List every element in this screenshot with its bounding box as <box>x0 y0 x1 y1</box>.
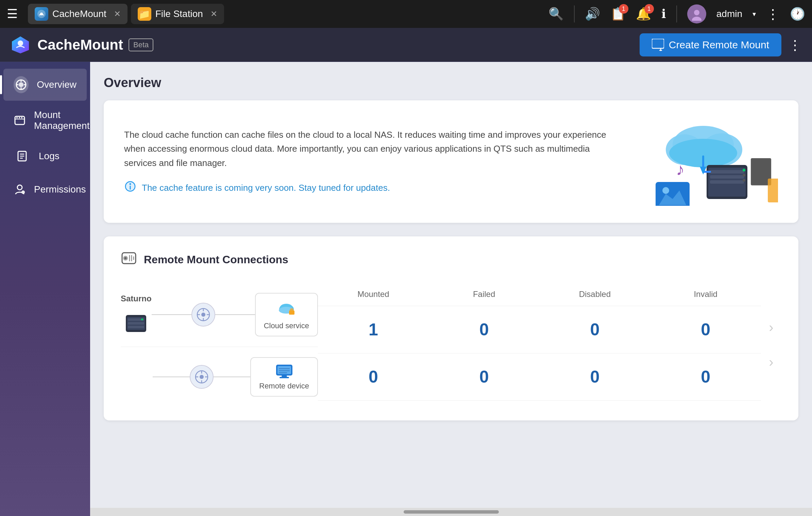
svg-rect-57 <box>290 308 293 310</box>
connections-title-text: Remote Mount Connections <box>144 253 288 266</box>
horizontal-scrollbar[interactable] <box>90 508 812 516</box>
connections-card: Remote Mount Connections Saturno <box>104 236 798 420</box>
tab-cachemount-close[interactable]: ✕ <box>114 9 121 19</box>
app-logo <box>10 35 31 55</box>
sidebar-item-permissions-label: Permissions <box>34 184 86 195</box>
info-icon[interactable]: ℹ <box>661 7 666 21</box>
stats-header: Mounted Failed Disabled Invalid <box>318 283 761 306</box>
notifications-badge: 1 <box>619 4 628 14</box>
remote-device-box: Remote device <box>250 357 318 397</box>
svg-rect-62 <box>282 376 287 377</box>
svg-point-19 <box>130 183 131 185</box>
cloud-disabled: 0 <box>540 320 650 339</box>
tab-cachemount-label: CacheMount <box>52 9 106 19</box>
sidebar-item-permissions[interactable]: Permissions <box>3 173 87 205</box>
stats-row-remote: 0 0 0 0 <box>318 353 761 401</box>
svg-rect-39 <box>768 179 778 202</box>
cloud-mounted: 1 <box>318 320 429 339</box>
tab-filestation[interactable]: 📁 File Station ✕ <box>131 4 224 24</box>
sidebar-item-mount-management[interactable]: Mount Management <box>3 102 87 139</box>
col-invalid: Invalid <box>650 289 761 299</box>
svg-rect-46 <box>128 322 144 324</box>
svg-rect-27 <box>710 175 744 179</box>
svg-point-1 <box>40 13 43 15</box>
cloud-service-label: Cloud service <box>264 321 309 330</box>
info-card-illustration: ♪ <box>635 117 778 206</box>
admin-label: admin <box>716 9 742 19</box>
sidebar: Overview Mount Management <box>0 62 90 516</box>
tab-cachemount[interactable]: CacheMount ✕ <box>28 4 128 24</box>
info-card-text: The cloud cache function can cache files… <box>124 128 622 196</box>
server-box: Saturno <box>121 294 152 335</box>
chevron-right-icon-2[interactable]: › <box>769 354 773 370</box>
remote-mounted: 0 <box>318 367 429 387</box>
svg-rect-35 <box>752 160 770 184</box>
taskbar: ☰ CacheMount ✕ 📁 File Station ✕ 🔍 🔊 📋 1 … <box>0 0 812 28</box>
svg-rect-63 <box>280 377 289 378</box>
main-layout: Overview Mount Management <box>0 62 812 516</box>
admin-chevron[interactable]: ▾ <box>752 10 756 18</box>
svg-point-12 <box>19 117 20 118</box>
taskbar-more-icon[interactable]: ⋮ <box>766 6 780 22</box>
app-header: CacheMount Beta Create Remote Mount ⋮ <box>0 28 812 62</box>
chevron-right-icon-1[interactable]: › <box>769 320 773 335</box>
svg-point-30 <box>743 174 745 177</box>
server-label: Saturno <box>121 294 152 303</box>
permissions-icon <box>14 181 26 198</box>
info-card: The cloud cache function can cache files… <box>104 100 798 223</box>
svg-point-29 <box>743 169 745 171</box>
col-disabled: Disabled <box>540 289 650 299</box>
logs-icon <box>14 148 31 165</box>
svg-point-9 <box>19 82 23 87</box>
alerts-icon[interactable]: 🔔 1 <box>636 7 651 21</box>
svg-point-13 <box>21 117 22 118</box>
col-mounted: Mounted <box>318 289 429 299</box>
app-title: CacheMount <box>37 37 123 53</box>
svg-rect-28 <box>710 180 744 184</box>
scroll-thumb <box>404 510 499 514</box>
header-more-icon[interactable]: ⋮ <box>788 37 802 53</box>
sidebar-item-overview[interactable]: Overview <box>3 69 87 101</box>
info-notice-text: The cache feature is coming very soon. S… <box>142 183 390 193</box>
svg-point-6 <box>18 40 23 46</box>
remote-failed: 0 <box>429 367 540 387</box>
svg-point-42 <box>124 257 127 260</box>
col-failed: Failed <box>429 289 540 299</box>
sidebar-item-overview-label: Overview <box>37 79 77 90</box>
clock-icon[interactable]: 🕐 <box>790 7 805 21</box>
alerts-badge: 1 <box>644 4 654 14</box>
create-remote-mount-button[interactable]: Create Remote Mount <box>640 33 781 56</box>
cloud-service-box: Cloud service <box>255 293 318 336</box>
notifications-icon[interactable]: 📋 1 <box>610 7 626 21</box>
active-indicator <box>0 75 2 94</box>
connections-diagram: Saturno <box>121 283 318 407</box>
svg-rect-47 <box>128 326 144 328</box>
connections-title-bar: Remote Mount Connections <box>121 250 781 269</box>
divider-2 <box>676 5 677 22</box>
notice-icon <box>124 180 136 195</box>
svg-point-31 <box>743 179 745 182</box>
tab-filestation-label: File Station <box>155 9 203 19</box>
svg-rect-26 <box>710 170 744 173</box>
sidebar-item-logs-label: Logs <box>39 151 60 162</box>
sidebar-item-logs[interactable]: Logs <box>3 140 87 172</box>
mount-management-icon <box>14 112 26 129</box>
volume-icon[interactable]: 🔊 <box>585 7 600 21</box>
stats-row-cloud: 1 0 0 0 <box>318 306 761 353</box>
search-icon[interactable]: 🔍 <box>548 7 564 21</box>
create-remote-mount-label: Create Remote Mount <box>669 39 769 51</box>
more-column: › › <box>761 283 781 407</box>
page-title: Overview <box>104 76 798 90</box>
avatar <box>687 4 706 23</box>
info-description: The cloud cache function can cache files… <box>124 128 622 170</box>
tab-filestation-close[interactable]: ✕ <box>210 9 217 19</box>
hub-icon-2 <box>190 365 214 389</box>
remote-disabled: 0 <box>540 367 650 387</box>
connections-stats: Mounted Failed Disabled Invalid 1 0 0 0 <box>318 283 761 407</box>
svg-rect-7 <box>652 39 664 48</box>
svg-point-15 <box>17 185 22 190</box>
svg-text:♪: ♪ <box>676 160 684 179</box>
sidebar-item-mount-label: Mount Management <box>34 110 89 131</box>
svg-point-50 <box>201 313 205 317</box>
menu-icon[interactable]: ☰ <box>7 7 18 21</box>
